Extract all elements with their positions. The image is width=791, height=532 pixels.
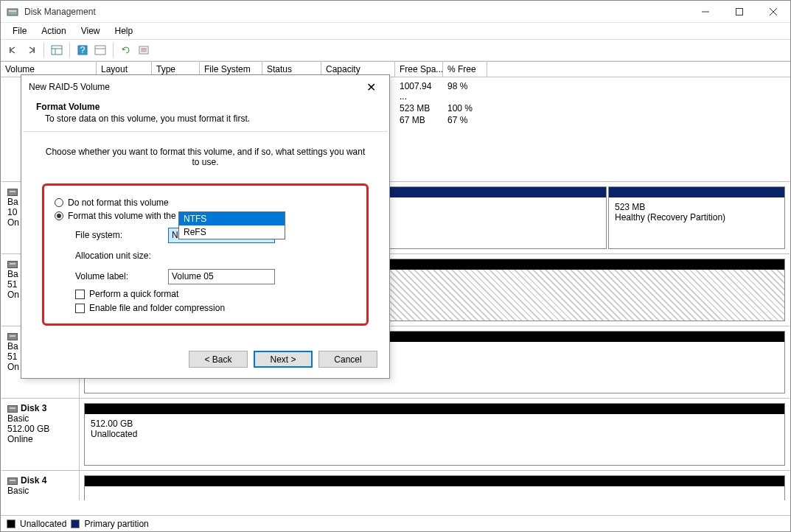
cancel-button[interactable]: Cancel xyxy=(318,351,377,368)
disk-name: Disk 4 xyxy=(21,475,46,486)
partition[interactable] xyxy=(84,475,785,500)
disk-icon xyxy=(7,333,18,340)
app-icon xyxy=(7,6,18,18)
partition[interactable]: 512.00 GB Unallocated xyxy=(84,403,785,466)
dialog-subheading: To store data on this volume, you must f… xyxy=(45,113,374,124)
window-title: Disk Management xyxy=(24,7,96,17)
menu-bar: File Action View Help xyxy=(1,23,790,39)
dropdown-option-ntfs[interactable]: NTFS xyxy=(179,212,285,225)
menu-help[interactable]: Help xyxy=(108,24,141,38)
svg-rect-1 xyxy=(9,10,16,12)
help-icon[interactable]: ? xyxy=(74,42,91,58)
dialog-title: New RAID-5 Volume xyxy=(29,82,110,92)
volume-list-rows: 1007.94 ...98 % 523 MB100 % 67 MB67 % xyxy=(395,80,477,126)
title-bar: Disk Management xyxy=(1,1,790,23)
disk-row: Disk 4 Basic xyxy=(1,471,790,500)
highlighted-options-group: Do not format this volume Format this vo… xyxy=(42,183,369,326)
dialog-close-button[interactable]: ✕ xyxy=(360,77,382,97)
back-button[interactable]: < Back xyxy=(189,351,248,368)
disk-icon xyxy=(7,405,18,413)
svg-rect-0 xyxy=(7,9,18,15)
compression-label: Enable file and folder compression xyxy=(89,303,225,313)
radio-format-with-settings[interactable] xyxy=(55,211,63,220)
menu-view[interactable]: View xyxy=(74,24,108,38)
menu-file[interactable]: File xyxy=(5,24,34,38)
radio-do-not-format[interactable] xyxy=(55,198,63,207)
legend-unallocated: Unallocated xyxy=(20,519,66,529)
legend-swatch-unallocated xyxy=(7,519,15,528)
disk-size: 512.00 GB xyxy=(7,424,73,434)
svg-rect-6 xyxy=(10,47,11,53)
col-free-space[interactable]: Free Spa... xyxy=(395,62,443,77)
next-button[interactable]: Next > xyxy=(254,351,313,368)
legend-primary: Primary partition xyxy=(84,519,148,529)
menu-action[interactable]: Action xyxy=(34,24,73,38)
disk-type: Basic xyxy=(7,413,73,424)
table-row[interactable]: 523 MB100 % xyxy=(395,102,477,114)
allocation-unit-label: Allocation unit size: xyxy=(75,251,168,261)
back-icon[interactable] xyxy=(5,42,21,58)
dropdown-option-refs[interactable]: ReFS xyxy=(179,225,285,239)
col-pct-free[interactable]: % Free xyxy=(443,62,487,77)
svg-rect-7 xyxy=(34,47,35,53)
partition-stripe xyxy=(85,404,784,414)
svg-rect-3 xyxy=(736,8,743,15)
disk-status: Online xyxy=(7,434,73,444)
view-icon[interactable] xyxy=(49,42,65,58)
quick-format-checkbox[interactable] xyxy=(75,290,85,299)
settings-icon[interactable] xyxy=(92,42,108,58)
file-system-label: File system: xyxy=(75,230,168,240)
list-icon[interactable] xyxy=(136,42,152,58)
legend-swatch-primary xyxy=(71,519,80,528)
table-row[interactable]: 67 MB67 % xyxy=(395,114,477,126)
partition-status: Healthy (Recovery Partition) xyxy=(615,212,778,223)
minimize-button[interactable] xyxy=(689,1,722,23)
radio-do-not-format-label: Do not format this volume xyxy=(68,197,169,208)
volume-label-label: Volume label: xyxy=(75,271,168,281)
disk-icon xyxy=(7,261,18,268)
forward-icon[interactable] xyxy=(23,42,39,58)
partition[interactable]: 523 MB Healthy (Recovery Partition) xyxy=(608,186,785,249)
partition-size: 512.00 GB xyxy=(91,419,778,429)
disk-icon xyxy=(7,189,18,196)
disk-name: Disk 3 xyxy=(21,403,46,413)
dialog-prompt: Choose whether you want to format this v… xyxy=(42,147,369,167)
svg-rect-8 xyxy=(52,46,62,55)
volume-label-input[interactable]: Volume 05 xyxy=(168,269,275,284)
close-button[interactable] xyxy=(756,1,790,23)
file-system-dropdown: NTFS ReFS xyxy=(178,211,285,239)
svg-rect-13 xyxy=(95,46,105,55)
partition-stripe xyxy=(609,187,784,197)
disk-icon xyxy=(7,477,18,485)
new-raid5-volume-dialog: New RAID-5 Volume ✕ Format Volume To sto… xyxy=(21,74,390,379)
table-row[interactable]: 1007.94 ...98 % xyxy=(395,80,477,102)
refresh-icon[interactable] xyxy=(118,42,134,58)
disk-row: Disk 3 Basic 512.00 GB Online 512.00 GB … xyxy=(1,399,790,471)
toolbar: ? xyxy=(1,39,790,61)
partition-status: Unallocated xyxy=(91,429,778,439)
dialog-heading: Format Volume xyxy=(36,102,374,112)
quick-format-label: Perform a quick format xyxy=(89,289,178,299)
svg-text:?: ? xyxy=(80,45,86,55)
disk-type: Basic xyxy=(7,486,73,496)
legend: Unallocated Primary partition xyxy=(1,515,790,531)
compression-checkbox[interactable] xyxy=(75,304,85,313)
partition-stripe xyxy=(85,476,784,486)
maximize-button[interactable] xyxy=(722,1,756,23)
partition-size: 523 MB xyxy=(615,202,778,212)
